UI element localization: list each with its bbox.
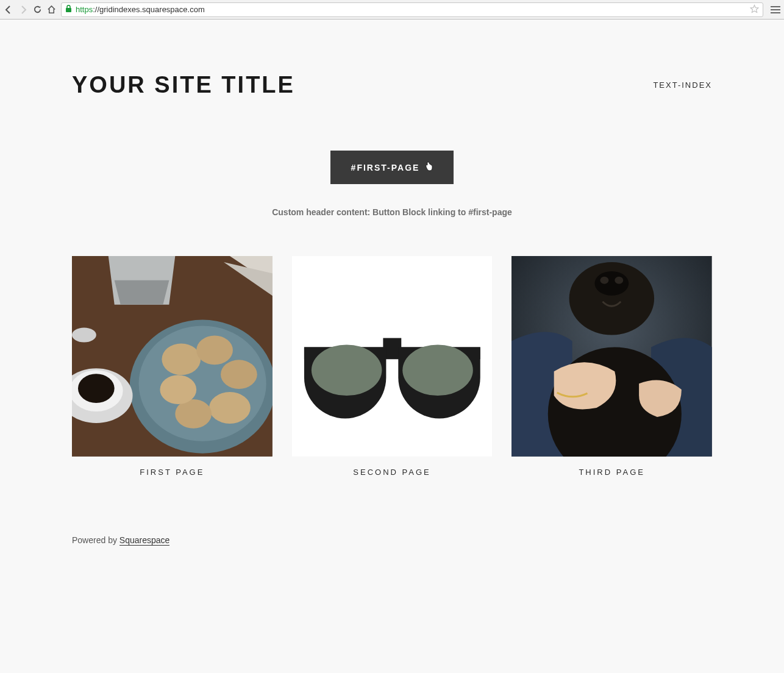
grid-thumb xyxy=(292,256,493,457)
svg-rect-0 xyxy=(66,8,71,12)
site-footer: Powered by Squarespace xyxy=(72,477,712,569)
reload-icon[interactable] xyxy=(33,5,42,14)
index-grid: FIRST PAGE SE xyxy=(72,256,712,477)
grid-item-label: THIRD PAGE xyxy=(579,468,645,477)
back-icon[interactable] xyxy=(4,5,13,15)
menu-icon[interactable] xyxy=(771,5,780,14)
svg-rect-3 xyxy=(771,12,780,13)
forward-icon xyxy=(18,5,28,15)
svg-point-15 xyxy=(209,392,251,424)
svg-point-24 xyxy=(402,344,473,396)
lock-icon xyxy=(65,5,72,15)
pointer-cursor-icon xyxy=(424,162,433,173)
svg-point-14 xyxy=(221,360,257,389)
nav-link-text-index[interactable]: TEXT-INDEX xyxy=(653,80,712,90)
svg-point-21 xyxy=(72,328,96,343)
svg-marker-9 xyxy=(115,280,169,305)
svg-rect-1 xyxy=(771,6,780,7)
hero-caption: Custom header content: Button Block link… xyxy=(272,207,512,217)
svg-point-30 xyxy=(615,277,624,284)
grid-item-label: FIRST PAGE xyxy=(140,468,204,477)
svg-point-23 xyxy=(312,344,382,396)
grid-thumb xyxy=(511,256,712,457)
hero: #FIRST-PAGE Custom header content: Butto… xyxy=(72,151,712,217)
svg-point-13 xyxy=(196,335,233,365)
grid-thumb xyxy=(72,256,273,457)
footer-prefix: Powered by xyxy=(72,535,119,545)
svg-point-29 xyxy=(600,277,609,284)
grid-item-first-page[interactable]: FIRST PAGE xyxy=(72,256,273,477)
svg-point-17 xyxy=(160,375,196,404)
browser-chrome: https://gridindexes.squarespace.com xyxy=(0,0,784,20)
site-title[interactable]: YOUR SITE TITLE xyxy=(72,72,295,98)
site-header: YOUR SITE TITLE TEXT-INDEX xyxy=(72,20,712,98)
footer-brand-link[interactable]: Squarespace xyxy=(119,535,170,546)
url-text: https://gridindexes.squarespace.com xyxy=(76,5,205,14)
svg-point-28 xyxy=(595,271,629,296)
first-page-button[interactable]: #FIRST-PAGE xyxy=(330,151,454,184)
svg-point-12 xyxy=(162,343,201,375)
first-page-button-label: #FIRST-PAGE xyxy=(351,163,420,173)
home-icon[interactable] xyxy=(47,5,56,14)
grid-item-third-page[interactable]: THIRD PAGE xyxy=(511,256,712,477)
grid-item-second-page[interactable]: SECOND PAGE xyxy=(292,256,493,477)
bookmark-star-icon[interactable] xyxy=(750,4,759,15)
svg-point-20 xyxy=(78,374,115,403)
grid-item-label: SECOND PAGE xyxy=(353,468,430,477)
url-bar[interactable]: https://gridindexes.squarespace.com xyxy=(61,2,763,17)
svg-rect-2 xyxy=(771,9,780,10)
